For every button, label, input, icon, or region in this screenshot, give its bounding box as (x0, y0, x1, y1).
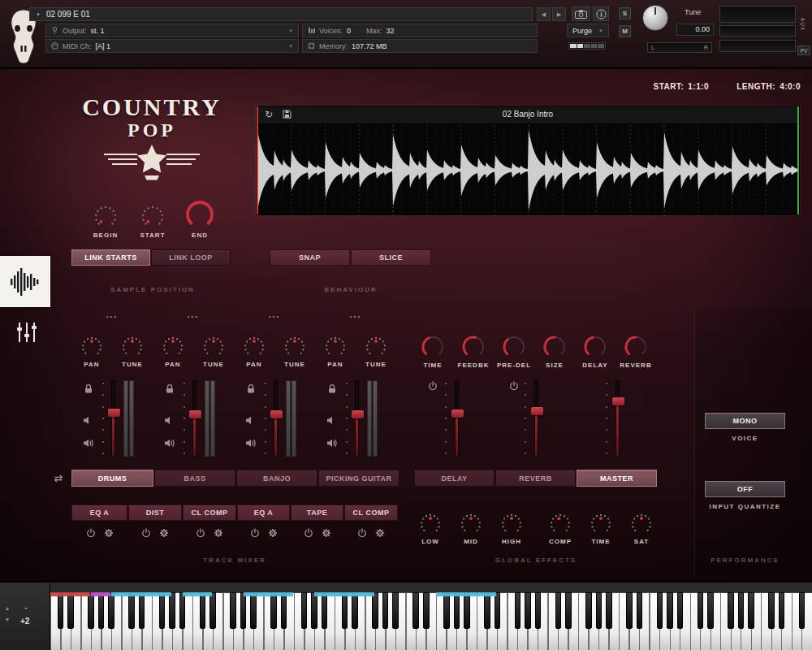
sample-knob-begin[interactable] (92, 203, 119, 234)
info-icon[interactable] (593, 6, 609, 21)
pan-knob-ch2[interactable] (160, 334, 186, 363)
piano-key-black[interactable] (707, 592, 714, 629)
fx-slot-dist[interactable]: DIST (128, 505, 182, 521)
piano-key-black[interactable] (515, 592, 521, 629)
piano-key-black[interactable] (98, 592, 105, 629)
reverb-power-icon[interactable] (509, 379, 519, 394)
piano-key-black[interactable] (230, 592, 236, 629)
fx-knob-pre-del[interactable] (500, 333, 528, 364)
keyboard-scroll-up-icon[interactable]: ▴ (2, 604, 12, 613)
volume-icon-ch1[interactable] (83, 436, 94, 451)
fx-slot-power-icon[interactable] (357, 526, 367, 541)
piano-key-black[interactable] (342, 592, 348, 629)
channel-menu-dots[interactable]: ••• (258, 313, 291, 320)
pan-knob-ch3[interactable] (241, 334, 267, 363)
volume-fader-ch3-handle[interactable] (270, 410, 283, 418)
volume-fader-ch4-track[interactable] (355, 380, 359, 457)
piano-key-black[interactable] (301, 592, 308, 629)
slice-button[interactable]: SLICE (351, 249, 431, 266)
piano-key-black[interactable] (464, 592, 470, 629)
piano-key-black[interactable] (281, 592, 287, 629)
piano-key-black[interactable] (728, 592, 734, 629)
fx-slot-cl-comp[interactable]: CL COMP (183, 505, 236, 521)
volume-icon-ch2[interactable] (164, 436, 175, 451)
tune-knob-ch2[interactable] (201, 334, 227, 363)
fx-tab-master[interactable]: MASTER (577, 470, 657, 487)
keyboard-scroll-down-icon[interactable]: ▾ (2, 615, 12, 625)
piano-key-black[interactable] (799, 592, 806, 629)
master-tune-knob[interactable] (642, 5, 668, 31)
piano-key-black[interactable] (779, 592, 785, 629)
piano-key-black[interactable] (698, 592, 704, 629)
piano-key-black[interactable] (454, 592, 460, 629)
volume-fader-ch1-handle[interactable] (108, 409, 120, 417)
solo-button[interactable]: S (619, 7, 631, 20)
piano-key-black[interactable] (108, 592, 114, 629)
reverb-fader-track[interactable] (534, 380, 538, 457)
piano-keyboard[interactable] (50, 592, 812, 650)
piano-key-black[interactable] (637, 592, 643, 629)
purge-menu[interactable]: Purge ▼ (567, 24, 609, 37)
piano-key-black[interactable] (88, 592, 94, 629)
track-button-banjo[interactable]: BANJO (236, 470, 317, 487)
piano-key-black[interactable] (159, 592, 166, 629)
master-knob-mid[interactable] (458, 511, 484, 540)
piano-key-black[interactable] (484, 592, 490, 629)
fx-knob-feedbk[interactable] (460, 333, 487, 364)
tune-knob-ch1[interactable] (119, 334, 145, 363)
track-button-drums[interactable]: DRUMS (71, 470, 153, 487)
mono-button[interactable]: MONO (705, 413, 785, 429)
piano-key-black[interactable] (250, 592, 257, 629)
fx-slot-tape[interactable]: TAPE (291, 505, 343, 521)
fx-tab-delay[interactable]: DELAY (414, 470, 495, 487)
piano-key-black[interactable] (626, 592, 633, 629)
fx-slot-power-icon[interactable] (304, 526, 313, 541)
piano-key-black[interactable] (372, 592, 378, 629)
waveform-display[interactable]: ↻ 02 Banjo Intro (256, 106, 800, 215)
aux-button[interactable]: AUX (800, 18, 806, 31)
pv-button[interactable]: PV (797, 46, 810, 55)
fx-slot-power-icon[interactable] (86, 526, 96, 541)
fx-slot-eq-a[interactable]: EQ A (71, 505, 127, 521)
fx-slot-power-icon[interactable] (196, 526, 205, 541)
piano-key-black[interactable] (209, 592, 216, 629)
output-select[interactable]: Output: st. 1 ▼ (45, 24, 299, 37)
piano-key-black[interactable] (768, 592, 775, 629)
piano-key-black[interactable] (748, 592, 754, 629)
piano-key-black[interactable] (495, 592, 501, 629)
reverb-fader-handle[interactable] (531, 407, 543, 415)
fx-slot-gear-icon[interactable] (214, 526, 223, 541)
fx-slot-gear-icon[interactable] (322, 526, 331, 541)
piano-key-black[interactable] (382, 592, 389, 629)
piano-key-black[interactable] (67, 592, 74, 629)
sample-end-marker[interactable] (797, 106, 799, 214)
next-instrument-button[interactable]: ▶ (552, 7, 566, 21)
piano-key-black[interactable] (139, 592, 145, 629)
piano-key-black[interactable] (565, 592, 572, 629)
delay-fader-track[interactable] (455, 380, 459, 457)
master-knob-comp[interactable] (547, 511, 573, 540)
tune-knob-ch3[interactable] (282, 334, 308, 363)
snapshot-camera-icon[interactable] (572, 6, 590, 21)
piano-key-black[interactable] (443, 592, 450, 629)
waveform-canvas[interactable] (257, 125, 800, 215)
fx-slot-gear-icon[interactable] (268, 526, 278, 541)
master-fader-handle[interactable] (612, 397, 624, 405)
fx-slot-eq-a[interactable]: EQ A (237, 505, 290, 521)
sample-start-marker[interactable] (257, 106, 258, 214)
mixer-page-tab[interactable] (16, 321, 37, 344)
fx-knob-time[interactable] (419, 333, 447, 364)
instrument-title-field[interactable]: ▼ 02 099 E 01 (29, 7, 533, 21)
mute-icon-ch1[interactable] (83, 414, 94, 428)
lock-icon-ch4[interactable] (327, 383, 337, 397)
piano-key-black[interactable] (677, 592, 684, 629)
piano-key-black[interactable] (322, 592, 328, 629)
piano-key-black[interactable] (392, 592, 399, 629)
piano-key-black[interactable] (128, 592, 135, 629)
input-quantize-off-button[interactable]: OFF (705, 481, 785, 497)
piano-key-black[interactable] (58, 592, 64, 629)
pan-knob-ch4[interactable] (322, 334, 348, 363)
fx-knob-size[interactable] (541, 333, 568, 364)
channel-menu-dots[interactable]: ••• (96, 313, 128, 320)
volume-fader-ch4-handle[interactable] (352, 410, 364, 418)
